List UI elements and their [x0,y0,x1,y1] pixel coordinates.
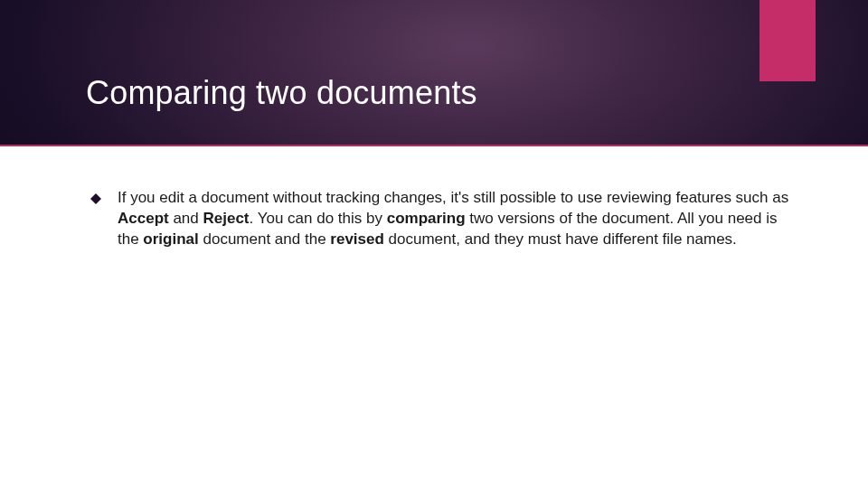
bullet-text: If you edit a document without tracking … [118,188,796,250]
text-bold: comparing [387,210,466,227]
body-area: If you edit a document without tracking … [90,188,796,250]
text-bold: Reject [203,210,250,227]
accent-tab [760,0,816,81]
text-part: document and the [199,230,331,248]
bullet-item: If you edit a document without tracking … [90,188,796,250]
text-bold: Accept [118,210,169,227]
text-part: If you edit a document without tracking … [118,189,788,206]
slide-title: Comparing two documents [86,74,477,112]
text-part: and [169,210,203,227]
text-bold: revised [330,230,384,248]
header-band: Comparing two documents [0,0,868,146]
text-part: . You can do this by [250,210,387,227]
diamond-bullet-icon [90,192,101,202]
svg-marker-0 [90,193,101,204]
text-part: document, and they must have different f… [384,230,737,248]
text-bold: original [143,230,198,248]
